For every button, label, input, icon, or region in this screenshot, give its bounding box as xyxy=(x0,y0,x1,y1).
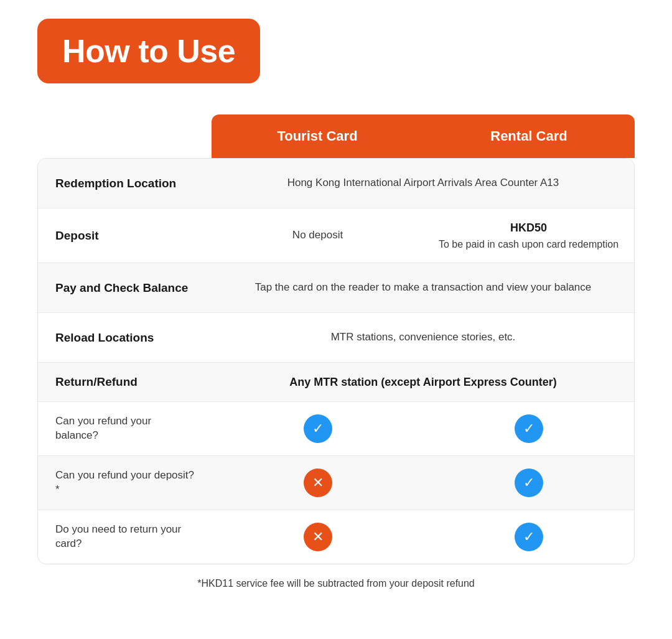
sub-row-2-label: Do you need to return your card? xyxy=(38,510,212,564)
page-title: How to Use xyxy=(62,32,235,70)
sub-row-0-content: ✓ ✓ xyxy=(212,403,634,454)
table-card: Redemption Location Hong Kong Internatio… xyxy=(37,158,635,564)
reload-label: Reload Locations xyxy=(38,317,212,358)
deposit-rental-amount: HKD50 xyxy=(436,220,622,236)
pay-check-row: Pay and Check Balance Tap the card on th… xyxy=(38,263,634,313)
sub-row-1-label: Can you refund your deposit?* xyxy=(38,456,212,510)
sub-row-1-tourist: ✕ xyxy=(212,457,423,508)
sub-row-0-rental: ✓ xyxy=(423,403,634,454)
tourist-card-header: Tourist Card xyxy=(212,114,423,158)
footnote: *HKD11 service fee will be subtracted fr… xyxy=(37,578,635,589)
check-icon-rental-1: ✓ xyxy=(515,469,543,497)
cross-icon-tourist-2: ✕ xyxy=(304,523,332,551)
pay-check-content: Tap the card on the reader to make a tra… xyxy=(212,269,634,307)
header-row: Tourist Card Rental Card xyxy=(212,114,635,158)
check-icon-rental-2: ✓ xyxy=(515,523,543,551)
comparison-wrapper: Tourist Card Rental Card Redemption Loca… xyxy=(37,114,635,589)
redemption-row: Redemption Location Hong Kong Internatio… xyxy=(38,159,634,208)
sub-row-1-rental: ✓ xyxy=(423,457,634,508)
redemption-value: Hong Kong International Airport Arrivals… xyxy=(212,164,634,202)
deposit-content: No deposit HKD50 To be paid in cash upon… xyxy=(212,208,634,263)
deposit-rental-note: To be paid in cash upon card redemption xyxy=(436,237,622,251)
pay-check-label: Pay and Check Balance xyxy=(38,268,212,309)
sub-row-0: Can you refund your balance? ✓ ✓ xyxy=(38,402,634,456)
redemption-content: Hong Kong International Airport Arrivals… xyxy=(212,164,634,202)
sub-row-2-content: ✕ ✓ xyxy=(212,511,634,562)
deposit-tourist: No deposit xyxy=(212,217,423,254)
check-icon-rental-0: ✓ xyxy=(515,414,543,443)
check-icon-tourist-0: ✓ xyxy=(304,414,332,443)
deposit-rental: HKD50 To be paid in cash upon card redem… xyxy=(423,208,634,263)
sub-row-0-label: Can you refund your balance? xyxy=(38,402,212,455)
reload-content: MTR stations, convenience stories, etc. xyxy=(212,319,634,357)
sub-row-1: Can you refund your deposit?* ✕ ✓ xyxy=(38,456,634,510)
deposit-label: Deposit xyxy=(38,215,212,256)
return-refund-header-row: Return/Refund Any MTR station (except Ai… xyxy=(38,363,634,402)
reload-row: Reload Locations MTR stations, convenien… xyxy=(38,313,634,363)
sub-row-1-content: ✕ ✓ xyxy=(212,457,634,508)
cross-icon-tourist-1: ✕ xyxy=(304,469,332,497)
sub-row-2: Do you need to return your card? ✕ ✓ xyxy=(38,510,634,564)
redemption-label: Redemption Location xyxy=(38,163,212,204)
return-refund-header-value: Any MTR station (except Airport Express … xyxy=(212,363,634,401)
pay-check-value: Tap the card on the reader to make a tra… xyxy=(212,269,634,307)
sub-row-2-tourist: ✕ xyxy=(212,511,423,562)
sub-row-0-tourist: ✓ xyxy=(212,403,423,454)
deposit-row: Deposit No deposit HKD50 To be paid in c… xyxy=(38,208,634,263)
title-badge: How to Use xyxy=(37,19,260,83)
sub-row-2-rental: ✓ xyxy=(423,511,634,562)
rental-card-header: Rental Card xyxy=(423,114,635,158)
return-refund-header-label: Return/Refund xyxy=(38,363,212,401)
reload-value: MTR stations, convenience stories, etc. xyxy=(212,319,634,357)
